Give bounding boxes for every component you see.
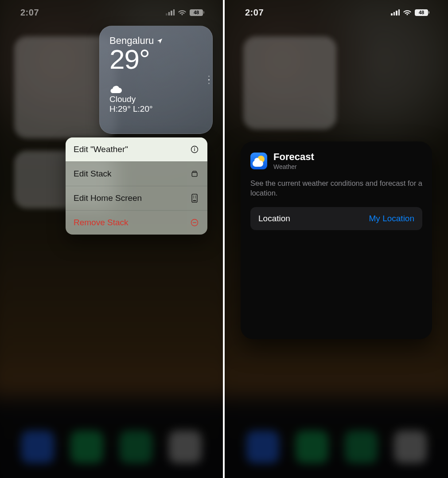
modal-subtitle: Weather (273, 163, 314, 170)
widget-edit-modal: Forecast Weather See the current weather… (241, 141, 432, 339)
widget-context-menu: Edit "Weather" Edit Stack Edit Home Scre… (66, 137, 207, 235)
battery-percentage: 48 (194, 10, 199, 15)
cellular-signal-icon (166, 9, 175, 16)
menu-label: Edit "Weather" (74, 145, 128, 154)
svg-point-9 (195, 197, 196, 198)
svg-rect-3 (192, 172, 197, 176)
status-time: 2:07 (20, 8, 39, 18)
location-arrow-icon (156, 38, 163, 44)
menu-label: Edit Stack (74, 169, 112, 179)
location-setting-row[interactable]: Location My Location (250, 207, 422, 230)
svg-rect-10 (193, 200, 196, 201)
battery-percentage: 48 (419, 10, 424, 15)
apps-screen-icon (190, 193, 199, 203)
status-bar: 2:07 48 (225, 0, 448, 25)
stack-icon (190, 169, 199, 179)
right-screenshot: 2:07 48 Forecast Weather See the current… (223, 0, 448, 478)
svg-rect-2 (194, 149, 195, 151)
blurred-dock (0, 425, 223, 478)
menu-edit-stack[interactable]: Edit Stack (66, 161, 207, 186)
weather-condition: Cloudy (109, 94, 203, 104)
wifi-icon (403, 9, 412, 16)
modal-title: Forecast (273, 151, 314, 163)
status-time: 2:07 (245, 8, 264, 18)
weather-high-low: H:29° L:20° (109, 104, 203, 114)
menu-edit-home-screen[interactable]: Edit Home Screen (66, 186, 207, 210)
stack-page-indicator (208, 76, 210, 84)
status-bar: 2:07 48 (0, 0, 223, 25)
svg-point-7 (195, 196, 196, 197)
svg-rect-4 (193, 171, 196, 172)
svg-point-6 (193, 196, 194, 197)
svg-rect-12 (193, 222, 196, 223)
menu-remove-stack[interactable]: Remove Stack (66, 210, 207, 235)
menu-edit-weather[interactable]: Edit "Weather" (66, 137, 207, 161)
svg-point-1 (194, 148, 195, 149)
battery-icon: 48 (415, 9, 429, 16)
svg-point-8 (193, 197, 194, 198)
weather-app-icon (250, 153, 267, 169)
minus-circle-icon (190, 218, 199, 227)
menu-label: Remove Stack (74, 218, 129, 227)
battery-icon: 48 (190, 9, 204, 16)
setting-value: My Location (369, 214, 414, 223)
wifi-icon (178, 9, 187, 16)
blurred-widget (243, 36, 336, 129)
modal-description: See the current weather conditions and f… (250, 178, 422, 198)
blurred-dock (225, 425, 448, 478)
modal-header: Forecast Weather (250, 151, 422, 170)
weather-temperature: 29° (109, 46, 203, 73)
left-screenshot: 2:07 48 Bengaluru 29° Cloudy H:29° L:20°… (0, 0, 223, 478)
info-circle-icon (190, 145, 199, 154)
status-icons: 48 (391, 9, 429, 16)
weather-widget[interactable]: Bengaluru 29° Cloudy H:29° L:20° (99, 26, 213, 134)
status-icons: 48 (166, 9, 204, 16)
cellular-signal-icon (391, 9, 400, 16)
cloud-icon (109, 85, 203, 94)
menu-label: Edit Home Screen (74, 193, 142, 203)
setting-label: Location (258, 214, 290, 223)
